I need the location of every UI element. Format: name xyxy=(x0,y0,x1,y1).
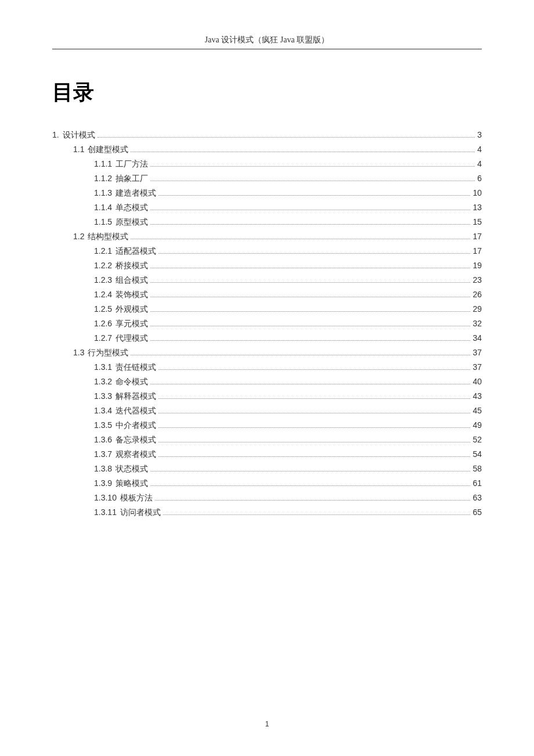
toc-leader-dots xyxy=(150,166,475,167)
toc-leader-dots xyxy=(150,181,475,181)
toc-entry-page: 26 xyxy=(472,287,482,301)
toc-leader-dots xyxy=(158,413,470,413)
toc-entry[interactable]: 1.3.6备忘录模式52 xyxy=(52,433,482,447)
toc-entry[interactable]: 1.3.8状态模式58 xyxy=(52,462,482,476)
toc-entry-page: 45 xyxy=(472,404,482,417)
toc-entry[interactable]: 1.1创建型模式4 xyxy=(52,142,482,157)
toc-entry-number: 1.1.4 xyxy=(94,200,112,214)
toc-entry-label: 外观模式 xyxy=(116,303,148,316)
toc-entry[interactable]: 1.1.3建造者模式10 xyxy=(52,186,482,200)
toc-entry-number: 1.1.5 xyxy=(94,215,112,229)
toc-entry-number: 1.2.7 xyxy=(94,331,112,345)
toc-entry[interactable]: 1.3.5中介者模式49 xyxy=(52,418,482,433)
toc-entry-page: 4 xyxy=(477,142,482,156)
toc-entry-label: 命令模式 xyxy=(116,375,148,389)
toc-leader-dots xyxy=(150,297,470,297)
toc-entry-number: 1.2.5 xyxy=(94,302,112,316)
table-of-contents: 1.设计模式31.1创建型模式41.1.1工厂方法41.1.2抽象工厂61.1.… xyxy=(52,128,482,520)
toc-entry[interactable]: 1.3行为型模式37 xyxy=(52,345,482,360)
toc-entry-number: 1.1.1 xyxy=(94,157,112,171)
toc-entry[interactable]: 1.2结构型模式17 xyxy=(52,229,482,244)
toc-entry-number: 1.2.4 xyxy=(94,287,112,301)
toc-entry-label: 代理模式 xyxy=(116,332,148,345)
toc-entry-number: 1.2.1 xyxy=(94,244,112,258)
toc-entry-page: 6 xyxy=(477,171,482,185)
toc-entry-page: 19 xyxy=(472,258,482,272)
toc-entry[interactable]: 1.1.4单态模式13 xyxy=(52,200,482,215)
toc-entry-number: 1.3.6 xyxy=(94,433,112,447)
toc-heading: 目录 xyxy=(52,78,482,107)
toc-leader-dots xyxy=(150,282,470,283)
toc-leader-dots xyxy=(158,442,470,442)
toc-entry[interactable]: 1.3.3解释器模式43 xyxy=(52,389,482,404)
toc-entry[interactable]: 1.3.9策略模式61 xyxy=(52,476,482,491)
toc-leader-dots xyxy=(158,398,470,399)
toc-leader-dots xyxy=(150,384,470,384)
toc-leader-dots xyxy=(158,195,470,196)
toc-entry[interactable]: 1.1.2抽象工厂6 xyxy=(52,171,482,186)
toc-entry[interactable]: 1.2.7代理模式34 xyxy=(52,331,482,345)
toc-entry-page: 58 xyxy=(472,462,482,476)
toc-entry-label: 责任链模式 xyxy=(116,361,156,375)
toc-entry[interactable]: 1.2.3组合模式23 xyxy=(52,273,482,287)
toc-entry-page: 34 xyxy=(472,331,482,345)
toc-entry-page: 49 xyxy=(472,418,482,432)
toc-entry[interactable]: 1.1.5原型模式15 xyxy=(52,215,482,229)
toc-entry-number: 1.2.3 xyxy=(94,273,112,287)
toc-entry-number: 1.3.1 xyxy=(94,360,112,374)
page-header: Java 设计模式（疯狂 Java 联盟版） xyxy=(52,35,482,49)
toc-entry[interactable]: 1.1.1工厂方法4 xyxy=(52,157,482,171)
toc-entry[interactable]: 1.3.11访问者模式65 xyxy=(52,505,482,520)
toc-entry-number: 1.3.2 xyxy=(94,375,112,388)
toc-entry[interactable]: 1.设计模式3 xyxy=(52,128,482,142)
toc-entry-label: 解释器模式 xyxy=(116,390,156,404)
toc-entry-label: 组合模式 xyxy=(116,273,148,287)
toc-entry-page: 10 xyxy=(472,186,482,200)
toc-entry[interactable]: 1.3.10模板方法63 xyxy=(52,491,482,505)
toc-entry-label: 迭代器模式 xyxy=(116,404,156,418)
toc-entry-number: 1.3.11 xyxy=(94,505,117,519)
toc-leader-dots xyxy=(158,253,470,254)
toc-entry[interactable]: 1.3.2命令模式40 xyxy=(52,375,482,389)
toc-entry-label: 抽象工厂 xyxy=(116,172,148,186)
toc-entry-label: 享元模式 xyxy=(116,317,148,331)
toc-entry-page: 15 xyxy=(472,215,482,229)
toc-entry[interactable]: 1.3.1责任链模式37 xyxy=(52,360,482,375)
toc-entry[interactable]: 1.2.1适配器模式17 xyxy=(52,244,482,258)
toc-entry-page: 17 xyxy=(472,229,482,243)
toc-entry[interactable]: 1.3.7观察者模式54 xyxy=(52,447,482,462)
toc-leader-dots xyxy=(98,137,475,138)
toc-entry[interactable]: 1.2.5外观模式29 xyxy=(52,302,482,316)
toc-entry-label: 行为型模式 xyxy=(88,346,128,360)
toc-entry-page: 65 xyxy=(472,505,482,519)
toc-entry[interactable]: 1.3.4迭代器模式45 xyxy=(52,404,482,418)
toc-entry-page: 43 xyxy=(472,389,482,403)
toc-entry-page: 23 xyxy=(472,273,482,287)
toc-entry[interactable]: 1.2.6享元模式32 xyxy=(52,316,482,331)
toc-entry-number: 1.3.8 xyxy=(94,462,112,476)
toc-entry[interactable]: 1.2.2桥接模式19 xyxy=(52,258,482,273)
toc-entry-number: 1.1 xyxy=(73,142,84,156)
toc-entry-page: 4 xyxy=(477,157,482,171)
toc-entry-page: 40 xyxy=(472,375,482,388)
toc-entry-label: 策略模式 xyxy=(116,477,148,491)
toc-entry-label: 单态模式 xyxy=(116,201,148,215)
toc-entry-number: 1. xyxy=(52,128,59,142)
toc-entry-number: 1.2.6 xyxy=(94,316,112,330)
toc-entry-page: 17 xyxy=(472,244,482,258)
toc-leader-dots xyxy=(155,500,470,501)
toc-leader-dots xyxy=(150,326,470,326)
toc-entry[interactable]: 1.2.4装饰模式26 xyxy=(52,287,482,302)
toc-entry-number: 1.3.7 xyxy=(94,447,112,461)
toc-entry-label: 备忘录模式 xyxy=(116,433,156,447)
toc-entry-number: 1.2 xyxy=(73,229,84,243)
toc-entry-label: 装饰模式 xyxy=(116,288,148,302)
toc-entry-label: 观察者模式 xyxy=(116,448,156,462)
toc-entry-label: 中介者模式 xyxy=(116,419,156,433)
toc-entry-number: 1.3.3 xyxy=(94,389,112,403)
toc-entry-number: 1.2.2 xyxy=(94,258,112,272)
toc-entry-label: 适配器模式 xyxy=(116,244,156,258)
toc-entry-page: 61 xyxy=(472,476,482,490)
toc-leader-dots xyxy=(150,268,470,268)
toc-leader-dots xyxy=(131,152,475,152)
